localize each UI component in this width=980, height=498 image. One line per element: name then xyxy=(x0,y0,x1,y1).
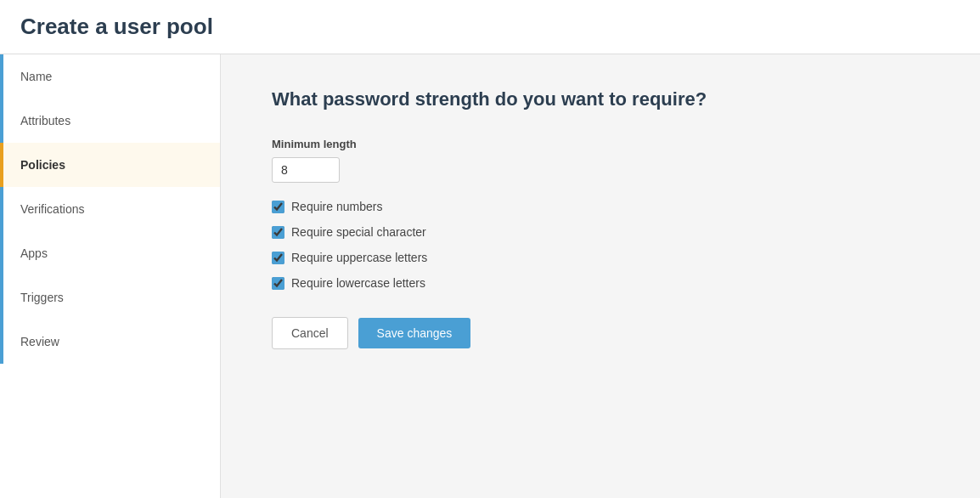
main-content: Name Attributes Policies Verifications A… xyxy=(0,54,980,498)
require-numbers-checkbox[interactable] xyxy=(272,201,284,213)
require-uppercase-label: Require uppercase letters xyxy=(291,251,427,264)
require-numbers-label: Require numbers xyxy=(291,200,382,213)
content-area: What password strength do you want to re… xyxy=(221,54,980,498)
sidebar-item-apps-label: Apps xyxy=(20,246,48,260)
require-lowercase-item[interactable]: Require lowercase letters xyxy=(272,276,929,290)
sidebar-item-policies-label: Policies xyxy=(20,158,65,172)
save-changes-button[interactable]: Save changes xyxy=(358,318,471,348)
require-special-item[interactable]: Require special character xyxy=(272,225,929,239)
page-title: Create a user pool xyxy=(20,14,960,40)
sidebar-item-review-label: Review xyxy=(20,335,59,348)
require-numbers-item[interactable]: Require numbers xyxy=(272,200,929,213)
require-uppercase-checkbox[interactable] xyxy=(272,252,284,264)
section-title: What password strength do you want to re… xyxy=(272,88,929,110)
password-requirements: Require numbers Require special characte… xyxy=(272,200,929,290)
sidebar-item-policies[interactable]: Policies xyxy=(0,143,220,187)
sidebar-item-review[interactable]: Review xyxy=(0,320,220,364)
sidebar-item-attributes[interactable]: Attributes xyxy=(0,99,220,143)
require-lowercase-checkbox[interactable] xyxy=(272,277,284,290)
cancel-button[interactable]: Cancel xyxy=(272,317,348,349)
sidebar-item-triggers[interactable]: Triggers xyxy=(0,275,220,320)
require-special-checkbox[interactable] xyxy=(272,226,284,239)
minimum-length-group: Minimum length xyxy=(272,138,929,183)
sidebar-item-verifications[interactable]: Verifications xyxy=(0,187,220,231)
sidebar-item-triggers-label: Triggers xyxy=(20,291,64,304)
require-lowercase-label: Require lowercase letters xyxy=(291,276,425,290)
sidebar-item-verifications-label: Verifications xyxy=(20,202,84,216)
sidebar-item-attributes-label: Attributes xyxy=(20,114,70,127)
require-uppercase-item[interactable]: Require uppercase letters xyxy=(272,251,929,264)
page-header: Create a user pool xyxy=(0,0,980,54)
sidebar: Name Attributes Policies Verifications A… xyxy=(0,54,221,498)
sidebar-item-name-label: Name xyxy=(20,70,52,83)
minimum-length-label: Minimum length xyxy=(272,138,929,150)
require-special-label: Require special character xyxy=(291,225,426,239)
minimum-length-input[interactable] xyxy=(272,157,340,183)
page-wrapper: Create a user pool Name Attributes Polic… xyxy=(0,0,980,498)
sidebar-item-name[interactable]: Name xyxy=(0,54,220,99)
button-group: Cancel Save changes xyxy=(272,317,929,349)
sidebar-item-apps[interactable]: Apps xyxy=(0,231,220,275)
